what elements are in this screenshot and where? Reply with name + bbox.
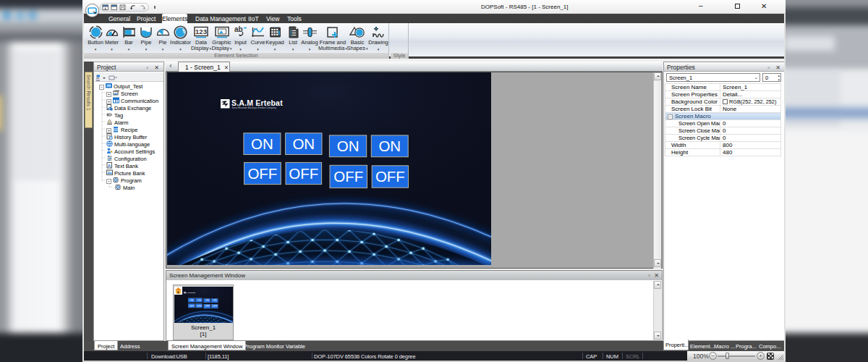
svg-text:123: 123 <box>195 28 207 35</box>
svg-text:A: A <box>108 164 111 168</box>
svg-text:ab: ab <box>234 25 243 33</box>
